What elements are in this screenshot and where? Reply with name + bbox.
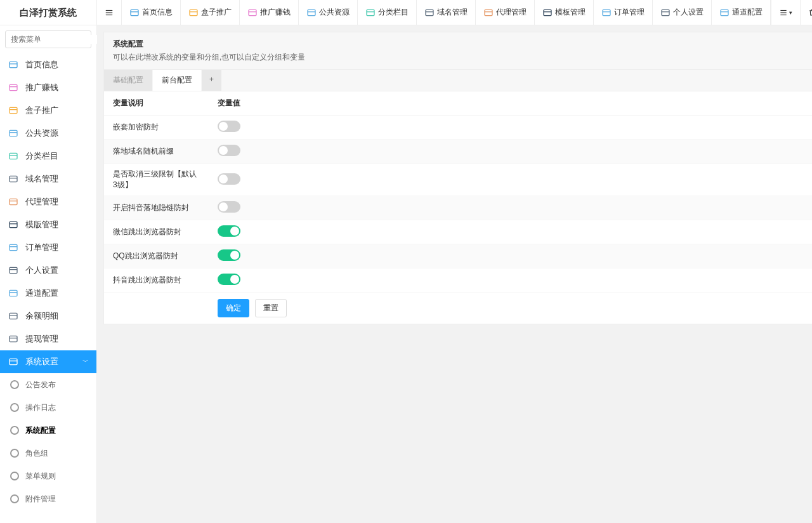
topnav-label: 模板管理 (555, 7, 586, 18)
svg-rect-22 (10, 290, 17, 296)
toggle-switch[interactable] (218, 145, 240, 156)
topnav-label: 盒子推广 (201, 7, 232, 18)
submenu-item-2[interactable]: 系统配置 (0, 419, 96, 442)
svg-rect-43 (426, 10, 433, 15)
menu-icon (8, 333, 19, 345)
submenu-item-label: 附件管理 (25, 494, 56, 505)
submenu-item-label: 操作日志 (25, 402, 56, 413)
topbar-trash-icon[interactable] (800, 0, 812, 25)
circle-icon (10, 426, 19, 435)
toggle-switch[interactable] (218, 173, 240, 185)
topnav-item-0[interactable]: 首页信息 (122, 0, 181, 25)
sidebar-item-5[interactable]: 域名管理 (0, 168, 96, 190)
topnav-item-8[interactable]: 订单管理 (594, 0, 653, 25)
sidebar-item-label: 个人设置 (25, 265, 58, 276)
topnav-item-1[interactable]: 盒子推广 (181, 0, 240, 25)
row-desc: QQ跳出浏览器防封 (104, 244, 209, 268)
topnav-icon (306, 8, 317, 18)
sidebar-item-label: 模版管理 (25, 219, 58, 230)
submenu-item-5[interactable]: 附件管理 (0, 487, 96, 510)
sidebar-item-0[interactable]: 首页信息 (0, 53, 96, 76)
topnav-icon (660, 8, 671, 18)
th-value: 变量值 (209, 91, 812, 116)
tab-1[interactable]: 前台配置 (153, 70, 201, 91)
sidebar-item-4[interactable]: 分类栏目 (0, 145, 96, 168)
sidebar-item-6[interactable]: 代理管理 (0, 190, 96, 213)
topnav-label: 订单管理 (614, 7, 645, 18)
reset-button[interactable]: 重置 (255, 299, 287, 317)
topnav-item-4[interactable]: 分类栏目 (358, 0, 417, 25)
topnav-label: 通道配置 (732, 7, 763, 18)
toggle-switch[interactable] (218, 225, 240, 237)
table-row: 抖音跳出浏览器防封{$site.isDouyin} (104, 268, 812, 293)
sidebar-item-3[interactable]: 公共资源 (0, 122, 96, 145)
menu-icon (8, 196, 19, 208)
tab-0[interactable]: 基础配置 (104, 70, 152, 91)
topnav-item-3[interactable]: 公共资源 (299, 0, 358, 25)
panel-desc: 可以在此增改系统的变量和分组,也可以自定义分组和变量 (113, 52, 812, 63)
row-desc: 微信跳出浏览器防封 (104, 220, 209, 244)
sidebar-item-label: 代理管理 (25, 196, 58, 208)
svg-rect-14 (10, 199, 17, 204)
submenu-item-label: 菜单规则 (25, 471, 56, 482)
submenu-item-0[interactable]: 公告发布 (0, 373, 96, 396)
panel-title: 系统配置 (113, 39, 812, 50)
svg-rect-12 (10, 176, 17, 182)
topnav-label: 域名管理 (437, 7, 468, 18)
submenu-item-label: 角色组 (25, 448, 48, 459)
topbar-list-icon[interactable]: ▾ (771, 0, 800, 25)
table-row: 嵌套加密防封{$site.qiantao} (104, 116, 812, 140)
submenu-item-label: 公告发布 (25, 380, 56, 390)
sidebar-item-label: 提现管理 (25, 333, 58, 345)
topnav-label: 推广赚钱 (260, 7, 291, 18)
topnav-icon (365, 8, 376, 18)
topnav-label: 代理管理 (496, 7, 527, 18)
sidebar-menu: 首页信息推广赚钱盒子推广公共资源分类栏目域名管理代理管理模版管理订单管理个人设置… (0, 53, 96, 523)
search-menu-input-wrap[interactable] (5, 30, 91, 48)
topnav-item-10[interactable]: 通道配置 (712, 0, 771, 25)
svg-rect-10 (10, 153, 17, 159)
svg-rect-49 (603, 10, 610, 15)
topnav-item-9[interactable]: 个人设置 (653, 0, 712, 25)
sidebar-item-2[interactable]: 盒子推广 (0, 99, 96, 122)
sidebar-item-12[interactable]: 提现管理 (0, 328, 96, 350)
topnav-item-2[interactable]: 推广赚钱 (240, 0, 299, 25)
sidebar-item-system-settings[interactable]: 系统设置﹀ (0, 350, 96, 373)
topnav-item-6[interactable]: 代理管理 (476, 0, 535, 25)
submenu-item-4[interactable]: 菜单规则 (0, 465, 96, 487)
chevron-down-icon: ﹀ (82, 357, 89, 366)
sidebar-item-9[interactable]: 个人设置 (0, 259, 96, 282)
topnav-icon (542, 8, 553, 18)
toggle-switch[interactable] (218, 274, 240, 285)
sidebar-item-1[interactable]: 推广赚钱 (0, 76, 96, 99)
sidebar-item-label: 订单管理 (25, 242, 58, 253)
config-table: 变量说明 变量值 变量名 嵌套加密防封{$site.qiantao}落地域名随机… (104, 91, 812, 293)
circle-icon (10, 403, 19, 412)
topnav-icon (129, 8, 140, 18)
menu-icon (8, 219, 19, 230)
svg-rect-6 (10, 107, 17, 113)
sidebar-item-10[interactable]: 通道配置 (0, 282, 96, 305)
svg-rect-35 (190, 10, 197, 15)
submenu-item-3[interactable]: 角色组 (0, 442, 96, 465)
svg-rect-51 (662, 10, 669, 15)
sidebar-item-11[interactable]: 余额明细 (0, 305, 96, 328)
sidebar-item-7[interactable]: 模版管理 (0, 213, 96, 236)
toggle-switch[interactable] (218, 201, 240, 213)
hamburger-icon[interactable] (97, 0, 122, 25)
toggle-switch[interactable] (218, 121, 240, 132)
topnav-label: 个人设置 (673, 7, 704, 18)
sidebar-item-label: 公共资源 (25, 128, 58, 139)
submit-button[interactable]: 确定 (218, 299, 249, 317)
sidebar-item-8[interactable]: 订单管理 (0, 236, 96, 259)
search-menu-input[interactable] (11, 35, 106, 44)
tab-add[interactable]: + (202, 70, 221, 91)
topnav-icon (424, 8, 435, 18)
topnav-item-5[interactable]: 域名管理 (417, 0, 476, 25)
toggle-switch[interactable] (218, 249, 240, 261)
topnav-item-7[interactable]: 模板管理 (535, 0, 594, 25)
submenu-item-1[interactable]: 操作日志 (0, 396, 96, 419)
svg-rect-47 (544, 10, 551, 15)
svg-rect-41 (367, 10, 374, 15)
sidebar: 白泽打赏系统 首页信息推广赚钱盒子推广公共资源分类栏目域名管理代理管理模版管理订… (0, 0, 97, 523)
